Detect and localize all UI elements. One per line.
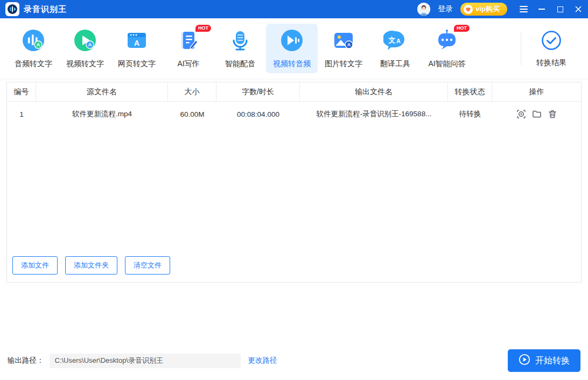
check-circle-icon [541,30,562,53]
nav-item-label: 翻译工具 [380,59,410,69]
nav-item-translate-tool[interactable]: 文 A 翻译工具 [369,24,421,73]
app-window: 录音识别王 登录 vip购买 [0,0,588,380]
nav-item-label: AI写作 [177,59,199,69]
cell-size: 60.00M [168,102,216,126]
play-circle-icon [519,354,530,368]
maximize-icon[interactable] [556,5,564,13]
table-row[interactable]: 1 软件更新流程.mp4 60.00M 00:08:04.000 软件更新流程-… [7,102,581,126]
column-header: 大小 [168,82,216,101]
nav-item-label: AI智能问答 [428,59,465,69]
start-conversion-button[interactable]: 开始转换 [508,349,580,372]
app-title: 录音识别王 [24,4,67,15]
column-header: 字数/时长 [216,82,300,101]
nav-item-smart-dubbing[interactable]: 智能配音 [214,24,266,73]
nav-item-ai-qa[interactable]: HOT AI智能问答 [421,24,473,73]
table-header: 编号 源文件名 大小 字数/时长 输出文件名 转换状态 操作 [7,82,581,102]
nav-item-ai-writing[interactable]: HOT AI写作 [163,24,214,73]
nav-item-image-to-text[interactable]: A 图片转文字 [318,24,369,73]
nav-item-label: 智能配音 [225,59,255,69]
svg-text:文: 文 [388,36,396,44]
ai-writing-icon [177,29,200,54]
nav-divider [521,32,521,65]
hot-badge: HOT [195,25,211,32]
change-path-link[interactable]: 更改路径 [248,356,277,365]
heart-icon [464,5,473,14]
output-path-input[interactable] [50,354,241,368]
column-header: 编号 [7,82,36,101]
hot-badge: HOT [454,25,470,32]
avatar[interactable] [417,3,430,16]
web-to-text-icon: A [125,29,149,54]
nav-bar: A 音频转文字 A 视频转文字 [0,18,588,79]
column-header: 输出文件名 [300,82,448,101]
svg-text:A: A [134,38,139,47]
cell-source-filename: 软件更新流程.mp4 [36,102,168,126]
smart-dubbing-icon [228,29,252,54]
nav-item-label: 图片转文字 [325,59,362,69]
clear-files-button[interactable]: 清空文件 [125,256,170,275]
output-path-label: 输出路径： [8,356,44,365]
nav-item-video-to-audio[interactable]: 视频转音频 [266,24,318,73]
delete-icon[interactable] [548,109,557,119]
folder-icon[interactable] [532,109,542,119]
titlebar: 录音识别王 登录 vip购买 [0,0,588,18]
cell-output-filename: 软件更新流程-录音识别王-169588... [300,102,448,126]
svg-text:A: A [347,42,351,47]
minimize-icon[interactable] [537,5,546,13]
cell-number: 1 [7,102,36,126]
svg-text:A: A [37,42,40,47]
menu-icon[interactable] [519,5,528,13]
footer-bar: 输出路径： 更改路径 开始转换 [0,341,588,380]
add-folder-button[interactable]: 添加文件夹 [65,256,117,275]
nav-item-conversion-result[interactable]: 转换结果 [526,24,577,73]
video-to-text-icon: A [73,29,97,54]
recognize-icon[interactable] [516,109,526,119]
nav-item-video-to-text[interactable]: A 视频转文字 [59,24,111,73]
nav-item-label: 转换结果 [536,58,566,68]
svg-text:A: A [396,38,401,44]
cell-duration: 00:08:04.000 [216,102,300,126]
nav-item-web-to-text[interactable]: A 网页转文字 [111,24,163,73]
close-icon[interactable] [574,5,583,13]
nav-item-audio-to-text[interactable]: A 音频转文字 [8,24,59,73]
cell-status: 待转换 [448,102,492,126]
nav-item-label: 视频转文字 [66,59,104,69]
nav-item-label: 音频转文字 [15,59,52,69]
audio-to-text-icon: A [22,29,45,54]
svg-text:A: A [88,42,92,47]
column-header: 源文件名 [36,82,168,101]
translate-tool-icon: 文 A [383,29,407,54]
start-conversion-label: 开始转换 [535,355,570,367]
vip-label: vip购买 [475,4,500,14]
login-link[interactable]: 登录 [438,4,453,14]
nav-item-label: 网页转文字 [118,59,156,69]
nav-item-label: 视频转音频 [273,59,311,69]
add-file-button[interactable]: 添加文件 [12,256,58,275]
image-to-text-icon: A [332,29,355,54]
column-header: 转换状态 [448,82,492,101]
video-to-audio-icon [280,29,304,54]
column-header: 操作 [492,82,581,101]
app-logo-icon [5,2,19,16]
ai-qa-icon [435,29,459,54]
vip-purchase-button[interactable]: vip购买 [460,3,507,16]
file-table: 编号 源文件名 大小 字数/时长 输出文件名 转换状态 操作 1 软件更新流程.… [6,82,582,283]
